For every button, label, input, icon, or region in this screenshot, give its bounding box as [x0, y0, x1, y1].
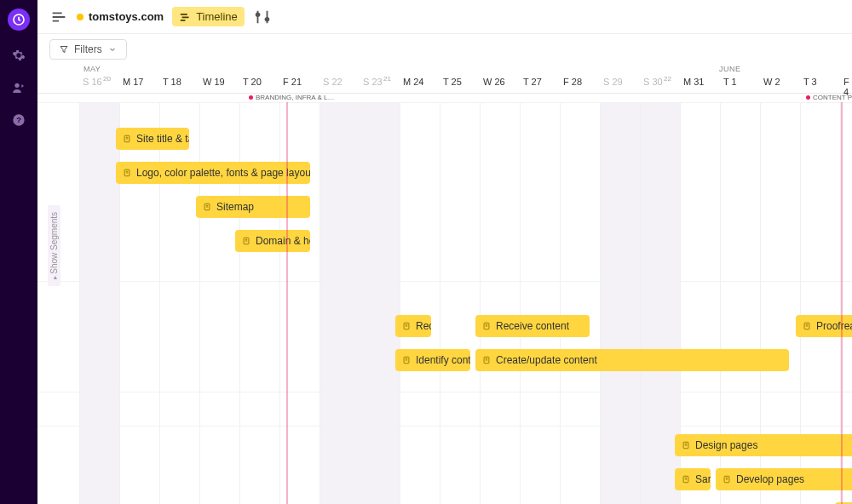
- week-number: 21: [383, 75, 391, 83]
- grid-column: [560, 102, 600, 504]
- task-bar[interactable]: Logo, color palette, fonts & page layout…: [116, 162, 310, 184]
- filters-row: Filters: [37, 34, 852, 65]
- header: tomstoys.com Timeline: [37, 0, 852, 34]
- day-header[interactable]: W 2: [760, 77, 780, 87]
- svg-point-8: [265, 17, 268, 20]
- help-icon[interactable]: ?: [11, 112, 26, 128]
- filters-button[interactable]: Filters: [49, 39, 127, 60]
- month-label: JUNE: [719, 65, 741, 73]
- sidebar: ?: [0, 0, 37, 504]
- filters-button-label: Filters: [74, 43, 102, 55]
- main-content: tomstoys.com Timeline Filters MAYJUNE S …: [37, 0, 852, 504]
- grid-column: [320, 102, 360, 504]
- day-header[interactable]: T 1: [720, 77, 737, 87]
- task-label: Rec: [416, 320, 431, 332]
- svg-rect-5: [182, 16, 189, 18]
- task-bar[interactable]: Proofread &: [796, 315, 852, 337]
- app-logo[interactable]: [8, 9, 30, 31]
- task-bar[interactable]: Design pages: [675, 434, 852, 456]
- day-header[interactable]: T 20: [239, 77, 262, 87]
- day-header[interactable]: M 24: [400, 77, 423, 87]
- milestone-marker[interactable]: CONTENT PREPARAT…: [806, 94, 852, 101]
- task-label: Site title & ta: [136, 133, 189, 145]
- month-label: MAY: [83, 65, 101, 73]
- grid-column: [79, 102, 119, 504]
- task-label: Identify cont: [416, 354, 470, 366]
- day-header[interactable]: F 28: [560, 77, 582, 87]
- day-header[interactable]: S 22: [320, 77, 343, 87]
- grid-column: [440, 102, 480, 504]
- task-bar[interactable]: Receive content: [475, 315, 590, 337]
- task-label: Design pages: [695, 439, 757, 451]
- task-bar[interactable]: Develop pages: [716, 468, 852, 490]
- project-name[interactable]: tomstoys.com: [77, 10, 164, 23]
- day-header[interactable]: S 29: [600, 77, 623, 87]
- day-header[interactable]: W 26: [480, 77, 505, 87]
- gear-icon[interactable]: [11, 48, 26, 63]
- day-header[interactable]: F 21: [279, 77, 302, 87]
- day-header[interactable]: M 17: [119, 77, 143, 87]
- milestone-line: [286, 102, 288, 504]
- timeline-area[interactable]: MAYJUNE S 1620M 17T 18W 19T 20F 21S 22S …: [37, 65, 852, 504]
- timeline-view-button[interactable]: Timeline: [172, 7, 245, 26]
- task-label: Sitemap: [216, 201, 254, 213]
- svg-point-7: [256, 13, 259, 16]
- day-header-row: S 1620M 17T 18W 19T 20F 21S 22S 2321M 24…: [37, 77, 852, 94]
- svg-text:?: ?: [16, 116, 21, 124]
- day-header[interactable]: T 27: [520, 77, 542, 87]
- day-header[interactable]: W 19: [199, 77, 225, 87]
- day-header[interactable]: T 18: [159, 77, 181, 87]
- svg-point-1: [14, 83, 19, 88]
- show-segments-toggle[interactable]: Show Segments: [48, 205, 60, 286]
- day-header[interactable]: M 31: [680, 77, 704, 87]
- svg-rect-4: [181, 13, 187, 14]
- milestone-line: [841, 102, 843, 504]
- task-label: Domain & ho: [256, 235, 310, 247]
- grid-column: [480, 102, 520, 504]
- week-number: 20: [103, 75, 111, 83]
- task-bar[interactable]: Site title & ta: [116, 128, 189, 150]
- task-label: Create/update content: [496, 354, 597, 366]
- week-number: 22: [664, 75, 671, 83]
- user-share-icon[interactable]: [11, 80, 26, 95]
- task-bar[interactable]: Sar: [675, 468, 711, 490]
- grid-column: [640, 102, 680, 504]
- task-bar[interactable]: Sitemap: [196, 196, 310, 218]
- task-label: Sar: [695, 473, 711, 485]
- timeline-grid[interactable]: Site title & taLogo, color palette, font…: [37, 102, 852, 504]
- task-bar[interactable]: Create/update content: [475, 349, 789, 371]
- grid-column: [520, 102, 560, 504]
- task-bar[interactable]: Domain & ho: [235, 230, 310, 252]
- task-label: Receive content: [496, 320, 569, 332]
- task-label: Proofread &: [816, 320, 852, 332]
- milestone-row: BRANDING, INFRA & L…CONTENT PREPARAT…: [37, 94, 852, 102]
- day-header[interactable]: T 25: [440, 77, 462, 87]
- timeline-button-label: Timeline: [196, 10, 238, 23]
- grid-column: [600, 102, 640, 504]
- day-header[interactable]: S 23: [360, 77, 383, 87]
- day-header[interactable]: T 3: [800, 77, 817, 87]
- grid-column: [360, 102, 400, 504]
- menu-icon[interactable]: [49, 8, 68, 26]
- milestone-marker[interactable]: BRANDING, INFRA & L…: [249, 94, 334, 101]
- chevron-down-icon: [107, 44, 118, 54]
- settings-toggle-icon[interactable]: [253, 8, 272, 26]
- task-bar[interactable]: Identify cont: [395, 349, 470, 371]
- project-name-label: tomstoys.com: [89, 10, 164, 23]
- month-row: MAYJUNE: [37, 65, 852, 77]
- grid-column: [400, 102, 440, 504]
- svg-rect-6: [181, 19, 186, 20]
- project-status-dot: [77, 14, 83, 20]
- day-header[interactable]: S 16: [79, 77, 102, 87]
- day-header[interactable]: S 30: [640, 77, 663, 87]
- task-label: Develop pages: [736, 473, 804, 485]
- task-bar[interactable]: Rec: [395, 315, 431, 337]
- task-label: Logo, color palette, fonts & page layout…: [136, 167, 310, 179]
